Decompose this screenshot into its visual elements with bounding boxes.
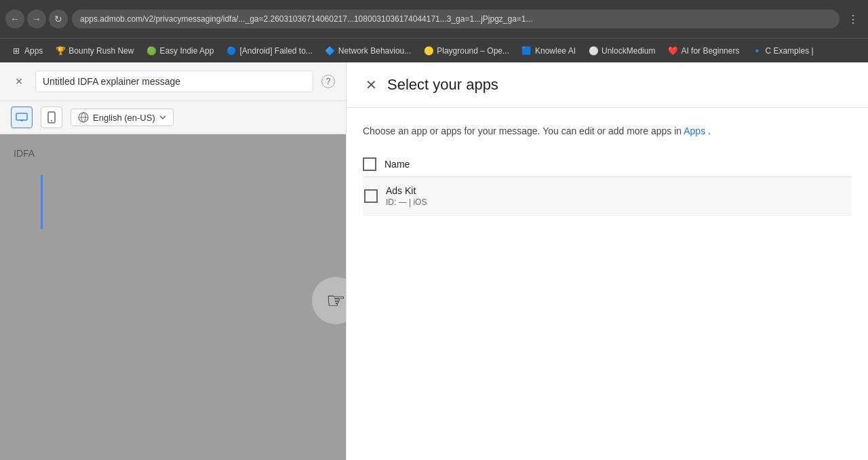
address-bar[interactable]: apps.admob.com/v2/privacymessaging/idfa/… xyxy=(72,9,840,28)
network-icon: 🔷 xyxy=(325,45,336,56)
chevron-down-icon xyxy=(159,115,166,119)
name-column-header: Name xyxy=(384,159,410,170)
cursor-overlay: ☞ xyxy=(312,277,346,324)
app-info: Ads Kit ID: — | iOS xyxy=(386,185,850,207)
browser-actions: ⋮ xyxy=(844,9,863,28)
bookmark-c-examples-label: C Examples | xyxy=(765,46,813,56)
left-close-button[interactable]: × xyxy=(11,73,27,90)
browser-chrome: ← → ↻ apps.admob.com/v2/privacymessaging… xyxy=(0,0,868,38)
left-close-icon: × xyxy=(16,75,23,89)
bookmark-android-label: [Android] Failed to... xyxy=(239,46,312,56)
bookmark-easy-indie[interactable]: 🟢 Easy Indie App xyxy=(140,43,219,59)
url-text: apps.admob.com/v2/privacymessaging/idfa/… xyxy=(80,14,533,24)
mobile-icon xyxy=(47,111,56,123)
knowlee-icon: 🟦 xyxy=(521,45,532,56)
modal-close-icon: ✕ xyxy=(366,77,377,93)
table-row[interactable]: Ads Kit ID: — | iOS xyxy=(363,177,852,216)
apps-link[interactable]: Apps xyxy=(684,126,705,136)
hand-cursor-icon: ☞ xyxy=(326,288,346,313)
bookmark-playground-label: Playground – Ope... xyxy=(437,46,509,56)
description-end: . xyxy=(708,126,711,136)
globe-icon xyxy=(78,112,89,123)
bookmarks-bar: ⊞ Apps 🏆 Bounty Rush New 🟢 Easy Indie Ap… xyxy=(0,38,868,62)
app-name: Ads Kit xyxy=(386,185,850,196)
bookmark-ai-beginners-label: AI for Beginners xyxy=(681,46,739,56)
bookmark-network[interactable]: 🔷 Network Behaviou... xyxy=(319,43,416,59)
bookmark-apps-label: Apps xyxy=(24,46,43,56)
extensions-button[interactable]: ⋮ xyxy=(844,9,863,28)
easy-indie-icon: 🟢 xyxy=(146,45,157,56)
bookmark-network-label: Network Behaviou... xyxy=(338,46,411,56)
bookmark-unlock-medium-label: UnlockMedium xyxy=(601,46,655,56)
table-header: Name xyxy=(363,152,852,177)
mobile-device-button[interactable] xyxy=(41,107,62,128)
bookmark-knowlee-label: Knowlee AI xyxy=(535,46,576,56)
bookmark-bounty-rush-label: Bounty Rush New xyxy=(68,46,134,56)
bookmark-android[interactable]: 🔵 [Android] Failed to... xyxy=(220,43,317,59)
unlock-medium-icon: ⚪ xyxy=(588,45,599,56)
modal-description: Choose an app or apps for your message. … xyxy=(363,124,852,138)
nav-icons: ← → ↻ xyxy=(5,9,68,28)
left-toolbar: English (en-US) xyxy=(0,101,346,134)
language-label: English (en-US) xyxy=(93,113,155,123)
bookmark-ai-beginners[interactable]: ❤️ AI for Beginners xyxy=(662,43,745,59)
app-checkbox[interactable] xyxy=(364,189,378,203)
bookmark-playground[interactable]: 🟡 Playground – Ope... xyxy=(418,43,515,59)
modal-header: ✕ Select your apps xyxy=(347,62,868,108)
description-text: Choose an app or apps for your message. … xyxy=(363,126,682,136)
ai-beginners-icon: ❤️ xyxy=(667,45,678,56)
back-button[interactable]: ← xyxy=(5,9,24,28)
apps-bookmark-icon: ⊞ xyxy=(11,45,22,56)
blue-cursor-line xyxy=(41,175,43,229)
help-icon[interactable]: ? xyxy=(321,75,335,88)
c-examples-icon: 🔹 xyxy=(751,45,762,56)
bookmark-unlock-medium[interactable]: ⚪ UnlockMedium xyxy=(583,43,660,59)
left-content: IDFA xyxy=(0,134,346,148)
message-title-input[interactable] xyxy=(35,71,313,92)
playground-icon: 🟡 xyxy=(423,45,434,56)
svg-point-4 xyxy=(51,120,52,121)
modal-body: Choose an app or apps for your message. … xyxy=(347,108,868,460)
bookmark-bounty-rush[interactable]: 🏆 Bounty Rush New xyxy=(50,43,139,59)
modal-close-button[interactable]: ✕ xyxy=(363,77,379,93)
bookmark-apps[interactable]: ⊞ Apps xyxy=(5,43,48,59)
left-panel-header: × ? xyxy=(0,62,346,101)
android-icon: 🔵 xyxy=(226,45,237,56)
select-apps-modal: ✕ Select your apps Choose an app or apps… xyxy=(346,62,868,460)
help-label: ? xyxy=(326,77,331,86)
bookmark-c-examples[interactable]: 🔹 C Examples | xyxy=(746,43,818,59)
main-area: × ? xyxy=(0,62,868,460)
modal-title: Select your apps xyxy=(387,76,498,94)
desktop-icon xyxy=(16,113,28,122)
bounty-rush-icon: 🏆 xyxy=(55,45,66,56)
app-id: ID: — | iOS xyxy=(386,197,850,207)
bookmark-knowlee[interactable]: 🟦 Knowlee AI xyxy=(516,43,581,59)
forward-button[interactable]: → xyxy=(27,9,46,28)
language-selector[interactable]: English (en-US) xyxy=(71,109,174,126)
refresh-button[interactable]: ↻ xyxy=(49,9,68,28)
svg-rect-0 xyxy=(16,113,27,120)
bookmark-easy-indie-label: Easy Indie App xyxy=(159,46,214,56)
idfa-label: IDFA xyxy=(14,148,35,159)
left-panel: × ? xyxy=(0,62,346,460)
desktop-device-button[interactable] xyxy=(11,107,33,128)
select-all-checkbox[interactable] xyxy=(363,157,376,171)
